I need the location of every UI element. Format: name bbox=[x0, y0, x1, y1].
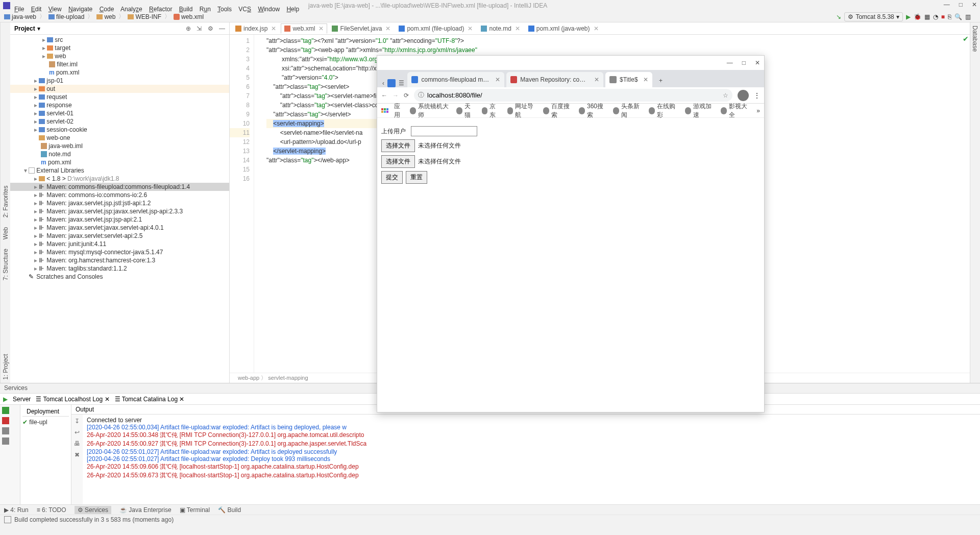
rerun-icon[interactable] bbox=[2, 407, 9, 414]
browser-tabstrip[interactable]: ‹☰commons-fileupload mave✕Maven Reposito… bbox=[377, 70, 764, 87]
star-icon[interactable]: ☆ bbox=[723, 92, 728, 99]
svc-tab-server[interactable]: Server bbox=[13, 396, 31, 403]
bookmark-item[interactable]: 天猫 bbox=[456, 102, 475, 119]
profile-icon[interactable] bbox=[738, 90, 749, 101]
bookmark-item[interactable]: 百度搜索 bbox=[543, 102, 572, 119]
menu-help[interactable]: Help bbox=[286, 6, 299, 13]
settings-icon[interactable]: ▥ bbox=[965, 13, 971, 20]
editor-tab[interactable]: pom.xml (file-upload)✕ bbox=[395, 23, 476, 34]
menu-analyze[interactable]: Analyze bbox=[120, 6, 142, 13]
bottom-tool[interactable]: ⚙ Services bbox=[75, 506, 111, 514]
locate-icon[interactable]: ⊕ bbox=[186, 25, 191, 32]
clear-icon[interactable]: ✖ bbox=[75, 451, 80, 458]
br-ext-icon[interactable] bbox=[387, 79, 396, 87]
svc-tab-local[interactable]: ☰ Tomcat Localhost Log ✕ bbox=[36, 396, 109, 403]
forward-icon[interactable]: → bbox=[393, 92, 399, 99]
back-icon[interactable]: ← bbox=[381, 92, 387, 99]
bookmark-item[interactable]: 网址导航 bbox=[507, 102, 536, 119]
menu-view[interactable]: View bbox=[48, 6, 62, 13]
apps-icon[interactable]: 应用 bbox=[381, 102, 403, 119]
editor-tab[interactable]: index.jsp✕ bbox=[232, 23, 280, 34]
menu-icon[interactable]: ⋮ bbox=[754, 92, 760, 99]
menu-build[interactable]: Build bbox=[179, 6, 193, 13]
bookmark-item[interactable]: 游戏加速 bbox=[685, 102, 714, 119]
print-icon[interactable]: 🖶 bbox=[74, 440, 80, 447]
bookmark-item[interactable]: 京东 bbox=[482, 102, 500, 119]
run-icon[interactable]: ▶ bbox=[3, 396, 8, 403]
search-icon[interactable]: 🔍 bbox=[954, 13, 962, 20]
debug-icon[interactable]: 🐞 bbox=[914, 13, 921, 20]
browser-tab[interactable]: $Title$✕ bbox=[605, 72, 652, 87]
br-minimize-icon[interactable]: — bbox=[727, 59, 733, 66]
bc-root[interactable]: java-web bbox=[4, 13, 36, 20]
project-tree[interactable]: ▸ src ▸ target ▸ web filter.iml m pom.xm… bbox=[10, 35, 229, 383]
bottom-tool[interactable]: ▣ Terminal bbox=[180, 506, 210, 514]
maximize-icon[interactable]: □ bbox=[959, 1, 963, 8]
vcs-icon[interactable]: ⎘ bbox=[948, 13, 951, 20]
bookmarks-bar[interactable]: 应用 系统镜机大师天猫京东网址导航百度搜索360搜索头条新闻在线购彩游戏加速影视… bbox=[377, 104, 764, 118]
project-header-label[interactable]: Project bbox=[14, 25, 35, 32]
bottom-tool-stripe[interactable]: ▶ 4: Run≡ 6: TODO⚙ Services☕ Java Enterp… bbox=[0, 504, 980, 515]
bookmark-item[interactable]: 头条新闻 bbox=[613, 102, 642, 119]
menu-edit[interactable]: Edit bbox=[31, 6, 42, 13]
bookmark-item[interactable]: 系统镜机大师 bbox=[410, 102, 449, 119]
address-bar[interactable]: ⓘ ☆ bbox=[414, 89, 732, 102]
services-toolbar[interactable] bbox=[0, 405, 11, 504]
editor-tab[interactable]: FileServlet.java✕ bbox=[328, 23, 394, 34]
minimize-icon[interactable]: — bbox=[944, 1, 950, 8]
scroll-icon[interactable]: ↧ bbox=[75, 418, 80, 425]
coverage-icon[interactable]: ▦ bbox=[924, 13, 930, 20]
layout-icon[interactable] bbox=[2, 437, 9, 445]
editor-tab[interactable]: pom.xml (java-web)✕ bbox=[525, 23, 602, 34]
choose-file-1[interactable]: 选择文件 bbox=[381, 139, 415, 152]
br-list-icon[interactable]: ☰ bbox=[399, 80, 404, 87]
editor-tab[interactable]: note.md✕ bbox=[477, 23, 523, 34]
menu-code[interactable]: Code bbox=[100, 6, 114, 13]
bottom-tool[interactable]: 🔨 Build bbox=[218, 506, 241, 514]
bookmarks-overflow[interactable]: » bbox=[756, 107, 760, 114]
menu-vcs[interactable]: VCS bbox=[238, 6, 251, 13]
menu-file[interactable]: File bbox=[14, 6, 24, 13]
br-close-icon[interactable]: ✕ bbox=[755, 59, 760, 66]
bottom-tool[interactable]: ▶ 4: Run bbox=[4, 506, 29, 514]
right-tool-stripe[interactable]: Database bbox=[970, 22, 980, 383]
bottom-tool[interactable]: ☕ Java Enterprise bbox=[119, 506, 172, 514]
bc-web[interactable]: web bbox=[96, 13, 115, 20]
user-input[interactable] bbox=[411, 126, 477, 136]
menu-navigate[interactable]: Navigate bbox=[68, 6, 92, 13]
wrap-icon[interactable]: ↩ bbox=[75, 429, 80, 436]
run-config-selector[interactable]: ⚙ Tomcat 8.5.38 ▾ bbox=[844, 12, 902, 21]
browser-tab[interactable]: commons-fileupload mave✕ bbox=[407, 72, 504, 87]
stop-icon[interactable]: ■ bbox=[941, 13, 945, 20]
menu-tools[interactable]: Tools bbox=[217, 6, 232, 13]
build-icon[interactable]: ↘ bbox=[836, 13, 841, 20]
expand-icon[interactable]: ⇲ bbox=[197, 25, 202, 32]
choose-file-2[interactable]: 选择文件 bbox=[381, 155, 415, 168]
run-icon[interactable]: ▶ bbox=[906, 13, 911, 20]
br-maximize-icon[interactable]: □ bbox=[742, 59, 746, 66]
close-icon[interactable]: ✕ bbox=[972, 1, 977, 8]
left-stripe-lower[interactable]: 7: Structure Web 2: Favorites bbox=[0, 184, 10, 282]
hide-icon[interactable]: — bbox=[219, 25, 225, 32]
reset-button[interactable]: 重置 bbox=[406, 171, 427, 184]
dump-icon[interactable] bbox=[2, 427, 9, 434]
menu-refactor[interactable]: Refactor bbox=[149, 6, 172, 13]
editor-tabs[interactable]: index.jsp✕web.xml✕FileServlet.java✕pom.x… bbox=[230, 22, 970, 35]
profile-icon[interactable]: ◔ bbox=[933, 13, 938, 20]
stripe-project[interactable]: 1: Project bbox=[2, 354, 9, 380]
services-log[interactable]: Connected to server[2020-04-26 02:55:00,… bbox=[83, 415, 980, 504]
bookmark-item[interactable]: 影视大全 bbox=[721, 102, 749, 119]
bookmark-item[interactable]: 在线购彩 bbox=[649, 102, 677, 119]
url-input[interactable] bbox=[427, 91, 720, 99]
svc-tab-catalina[interactable]: ☰ Tomcat Catalina Log ✕ bbox=[115, 396, 185, 403]
menu-window[interactable]: Window bbox=[258, 6, 280, 13]
bc-file[interactable]: web.xml bbox=[174, 13, 204, 20]
deployment-tree[interactable]: Deployment ✔ file-upl bbox=[20, 405, 71, 504]
bookmark-item[interactable]: 360搜索 bbox=[579, 102, 606, 119]
gear-icon[interactable]: ⚙ bbox=[208, 25, 213, 32]
menu-run[interactable]: Run bbox=[200, 6, 211, 13]
submit-button[interactable]: 提交 bbox=[381, 171, 403, 184]
bc-webinf[interactable]: WEB-INF bbox=[128, 13, 161, 20]
browser-tab[interactable]: Maven Repository: commo✕ bbox=[506, 72, 603, 87]
info-icon[interactable]: ⓘ bbox=[418, 91, 424, 100]
